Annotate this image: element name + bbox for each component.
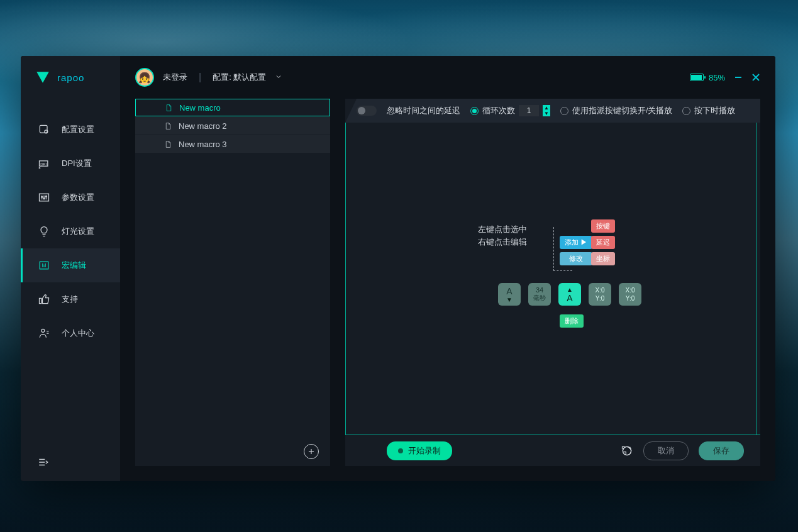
macro-item[interactable]: New macro: [135, 99, 330, 116]
file-icon: [165, 104, 173, 112]
sidebar-nav: 配置设置 DPI DPI设置 参数设置 灯光设置 M 宏编辑 支持: [21, 113, 120, 350]
sidebar: rapoo 配置设置 DPI DPI设置 参数设置 灯光设置 M 宏编辑: [21, 56, 120, 481]
play-on-press-label: 按下时播放: [694, 106, 735, 116]
context-delay[interactable]: 延迟: [591, 236, 615, 249]
sidebar-item-label: 个人中心: [62, 328, 94, 339]
brand-logo: rapoo: [21, 56, 120, 99]
editor-footer: 开始录制 取消 保存: [345, 435, 760, 466]
main-area: 👧 未登录 | 配置: 默认配置 85%: [120, 56, 775, 481]
config-label[interactable]: 配置: 默认配置: [213, 72, 266, 83]
macro-list-panel: New macro New macro 2 New macro 3: [135, 99, 330, 466]
refresh-button[interactable]: [621, 445, 633, 457]
svg-rect-0: [40, 125, 47, 133]
sidebar-item-label: 灯光设置: [62, 226, 94, 237]
sidebar-item-config[interactable]: 配置设置: [21, 113, 120, 147]
record-dot-icon: [398, 448, 403, 453]
sidebar-item-lighting[interactable]: 灯光设置: [21, 214, 120, 248]
context-add[interactable]: 添加 ▶: [560, 236, 592, 249]
sidebar-item-support[interactable]: 支持: [21, 282, 120, 316]
macro-name: New macro 3: [179, 140, 227, 149]
coord-block-1[interactable]: X:0 Y:0: [589, 283, 611, 306]
sidebar-item-label: 配置设置: [62, 124, 94, 135]
play-on-press-radio[interactable]: [682, 107, 690, 115]
hint-connector: [553, 227, 554, 271]
content: New macro New macro 2 New macro 3: [120, 99, 775, 481]
sidebar-item-label: 支持: [62, 294, 78, 305]
add-macro-button[interactable]: [304, 444, 319, 459]
sidebar-item-label: 宏编辑: [62, 260, 86, 271]
context-coord[interactable]: 坐标: [591, 252, 615, 265]
macro-item[interactable]: New macro 3: [135, 135, 330, 153]
hint-text: 左键点击选中 右键点击编辑: [478, 223, 527, 248]
sidebar-item-macro[interactable]: M 宏编辑: [21, 248, 120, 282]
logo-v-icon: [35, 69, 51, 86]
bulb-icon: [38, 225, 50, 238]
sidebar-item-user[interactable]: 个人中心: [21, 316, 120, 350]
macro-item[interactable]: New macro 2: [135, 117, 330, 135]
macro-name: New macro: [179, 103, 221, 113]
coord-block-2[interactable]: X:0 Y:0: [619, 283, 641, 306]
macro-list: New macro New macro 2 New macro 3: [135, 99, 330, 437]
svg-point-15: [42, 329, 45, 332]
keydown-block[interactable]: A ▼: [498, 283, 521, 306]
cancel-button[interactable]: 取消: [643, 441, 689, 460]
svg-point-8: [41, 196, 43, 198]
macro-name: New macro 2: [179, 121, 227, 131]
context-key[interactable]: 按键: [591, 219, 615, 233]
brand-name: rapoo: [57, 72, 84, 83]
sidebar-item-params[interactable]: 参数设置: [21, 180, 120, 214]
editor-options-bar: 忽略时间之间的延迟 循环次数 ▲▼ 使用指派按键切换开/关播放 按下时播放: [345, 99, 760, 123]
keyup-block-selected[interactable]: ▲ A: [558, 283, 581, 306]
app-window: rapoo 配置设置 DPI DPI设置 参数设置 灯光设置 M 宏编辑: [21, 56, 775, 481]
editor-canvas: 左键点击选中 右键点击编辑 添加 ▶ 修改 按键 延迟 坐标: [345, 123, 756, 435]
record-button[interactable]: 开始录制: [387, 441, 452, 460]
sidebar-item-dpi[interactable]: DPI DPI设置: [21, 147, 120, 180]
sliders-icon: [38, 191, 50, 204]
minimize-button[interactable]: [734, 73, 743, 82]
plus-icon: [307, 447, 316, 456]
collapse-icon: [38, 457, 49, 468]
chevron-down-icon[interactable]: [275, 72, 282, 83]
delay-block[interactable]: 34 毫秒: [528, 283, 551, 306]
ignore-delay-label: 忽略时间之间的延迟: [387, 106, 460, 116]
config-icon: [38, 123, 50, 136]
context-delete[interactable]: 删除: [560, 314, 584, 328]
sidebar-collapse[interactable]: [21, 443, 120, 481]
toggle-key-label: 使用指派按键切换开/关播放: [572, 106, 672, 116]
toggle-key-radio[interactable]: [560, 107, 568, 115]
sidebar-item-label: DPI设置: [62, 158, 92, 169]
ignore-delay-toggle[interactable]: [357, 106, 377, 116]
sequence-row: A ▼ 34 毫秒 ▲ A: [498, 283, 641, 306]
svg-point-9: [43, 197, 45, 199]
user-icon: [38, 327, 50, 340]
macro-icon: M: [38, 259, 50, 272]
file-icon: [164, 122, 172, 130]
thumbs-up-icon: [38, 293, 50, 306]
battery-indicator: 85%: [690, 73, 725, 82]
macro-editor: 忽略时间之间的延迟 循环次数 ▲▼ 使用指派按键切换开/关播放 按下时播放: [345, 99, 760, 466]
sidebar-item-label: 参数设置: [62, 192, 94, 203]
battery-percent: 85%: [709, 73, 725, 82]
svg-text:M: M: [42, 262, 47, 269]
file-icon: [164, 140, 172, 148]
loop-count-input[interactable]: [519, 105, 539, 116]
header: 👧 未登录 | 配置: 默认配置 85%: [120, 56, 775, 99]
svg-text:DPI: DPI: [40, 162, 47, 166]
context-edit[interactable]: 修改: [560, 252, 592, 265]
login-status: 未登录: [163, 72, 187, 83]
loop-spinner[interactable]: ▲▼: [543, 105, 550, 116]
battery-icon: [690, 74, 704, 81]
loop-count-radio[interactable]: [470, 107, 479, 115]
loop-label: 循环次数: [482, 106, 515, 116]
close-button[interactable]: [751, 73, 760, 82]
save-button[interactable]: 保存: [699, 441, 744, 460]
dpi-icon: DPI: [38, 157, 50, 170]
avatar[interactable]: 👧: [135, 68, 154, 87]
svg-point-10: [45, 196, 47, 197]
